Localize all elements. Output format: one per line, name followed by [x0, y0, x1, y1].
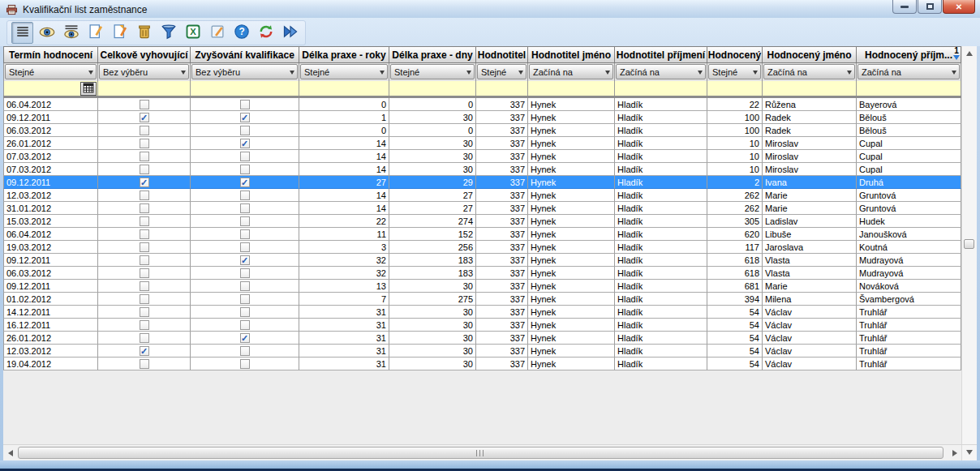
table-cell[interactable]: 32 [299, 254, 389, 267]
table-cell[interactable] [191, 319, 299, 332]
table-cell[interactable]: Gruntová [857, 189, 961, 202]
filter-mode-dropdown[interactable]: Začíná na [763, 64, 855, 79]
table-cell[interactable]: 54 [707, 319, 763, 332]
table-cell[interactable]: 337 [476, 98, 528, 111]
table-cell[interactable]: Miroslav [763, 137, 857, 150]
table-row[interactable]: 01.02.20127275337HynekHladík394MilenaŠva… [3, 293, 961, 306]
table-cell[interactable]: ✓ [191, 332, 299, 345]
table-cell[interactable]: 337 [476, 358, 528, 370]
table-cell[interactable]: 12.03.2012 [3, 345, 98, 358]
table-cell[interactable]: 26.01.2012 [3, 137, 98, 150]
table-cell[interactable]: 337 [476, 176, 528, 189]
table-cell[interactable]: 30 [389, 137, 476, 150]
table-cell[interactable]: 06.03.2012 [3, 124, 98, 137]
table-cell[interactable]: 01.02.2012 [3, 293, 98, 306]
scroll-left-button[interactable] [3, 445, 16, 460]
table-cell[interactable] [98, 306, 191, 319]
table-cell[interactable]: 337 [476, 306, 528, 319]
table-cell[interactable]: 0 [389, 98, 476, 111]
table-row[interactable]: 07.03.20121430337HynekHladík10MiroslavCu… [3, 163, 961, 176]
table-cell[interactable]: 256 [389, 241, 476, 254]
table-cell[interactable]: 22 [707, 98, 763, 111]
column-header[interactable]: Hodnocený jméno [763, 46, 857, 63]
table-cell[interactable] [191, 293, 299, 306]
table-cell[interactable]: 31 [299, 306, 389, 319]
table-cell[interactable]: 100 [707, 111, 763, 124]
table-cell[interactable]: Hladík [615, 280, 707, 293]
table-row[interactable]: 06.03.201200337HynekHladík100RadekBělouš [3, 124, 961, 137]
table-cell[interactable]: 12.03.2012 [3, 189, 98, 202]
table-cell[interactable] [191, 189, 299, 202]
table-cell[interactable]: Václav [763, 358, 857, 370]
table-cell[interactable]: 0 [299, 124, 389, 137]
table-cell[interactable] [98, 228, 191, 241]
table-cell[interactable]: 337 [476, 241, 528, 254]
table-cell[interactable]: Václav [763, 319, 857, 332]
filter-mode-dropdown[interactable]: Stejné [300, 64, 388, 79]
date-picker-button[interactable] [80, 82, 97, 96]
table-cell[interactable]: Nováková [857, 280, 961, 293]
close-button[interactable]: ✕ [943, 0, 975, 14]
table-cell[interactable]: Janoušková [857, 228, 961, 241]
table-cell[interactable]: 31 [299, 345, 389, 358]
table-cell[interactable]: 22 [299, 215, 389, 228]
table-cell[interactable]: 29 [389, 176, 476, 189]
table-cell[interactable]: Hynek [528, 293, 615, 306]
quick-filter-input[interactable] [528, 81, 615, 96]
table-cell[interactable]: 618 [707, 254, 763, 267]
column-header[interactable]: Celkově vyhovující [98, 46, 191, 63]
table-cell[interactable]: Hynek [528, 215, 615, 228]
table-cell[interactable]: Druhá [857, 176, 961, 189]
table-cell[interactable]: 30 [389, 163, 476, 176]
vertical-scrollbar[interactable] [961, 46, 977, 444]
table-row[interactable]: 14.12.20113130337HynekHladík54VáclavTruh… [3, 306, 961, 319]
table-cell[interactable]: 337 [476, 267, 528, 280]
table-cell[interactable]: 0 [299, 98, 389, 111]
table-cell[interactable]: ✓ [191, 176, 299, 189]
list-button[interactable] [11, 22, 33, 44]
table-cell[interactable]: ✓ [191, 111, 299, 124]
table-cell[interactable]: 31 [299, 358, 389, 370]
table-cell[interactable]: 30 [389, 358, 476, 370]
table-row[interactable]: 26.01.2012✓1430337HynekHladík10MiroslavC… [3, 137, 961, 150]
table-cell[interactable]: 305 [707, 215, 763, 228]
table-cell[interactable]: 13 [299, 280, 389, 293]
table-cell[interactable]: Cupal [857, 150, 961, 163]
table-cell[interactable]: 337 [476, 150, 528, 163]
table-cell[interactable] [98, 215, 191, 228]
table-row[interactable]: 06.03.201232183337HynekHladík618VlastaMu… [3, 267, 961, 280]
table-cell[interactable]: Miroslav [763, 163, 857, 176]
table-cell[interactable]: 31 [299, 319, 389, 332]
table-cell[interactable]: Hynek [528, 332, 615, 345]
table-cell[interactable] [98, 124, 191, 137]
table-cell[interactable] [191, 267, 299, 280]
table-cell[interactable] [98, 137, 191, 150]
scroll-down-button[interactable] [961, 445, 977, 460]
table-cell[interactable]: Švambergová [857, 293, 961, 306]
quick-filter-input[interactable] [763, 81, 857, 96]
table-cell[interactable]: Hynek [528, 176, 615, 189]
filter-mode-dropdown[interactable]: Bez výběru [99, 64, 189, 79]
table-cell[interactable]: Hladík [615, 306, 707, 319]
table-cell[interactable]: Hladík [615, 189, 707, 202]
table-cell[interactable]: Hynek [528, 267, 615, 280]
table-cell[interactable]: Hynek [528, 358, 615, 370]
table-cell[interactable] [98, 241, 191, 254]
table-cell[interactable]: Koutná [857, 241, 961, 254]
table-cell[interactable]: 54 [707, 306, 763, 319]
table-cell[interactable]: Milena [763, 293, 857, 306]
table-cell[interactable]: Hladík [615, 228, 707, 241]
table-cell[interactable]: Miroslav [763, 150, 857, 163]
column-header[interactable]: Zvyšování kvalifikace [191, 46, 299, 63]
table-cell[interactable]: 30 [389, 332, 476, 345]
table-cell[interactable]: Hynek [528, 202, 615, 215]
table-cell[interactable]: Cupal [857, 163, 961, 176]
table-cell[interactable] [98, 319, 191, 332]
table-cell[interactable]: Mudrayová [857, 254, 961, 267]
table-cell[interactable] [98, 280, 191, 293]
table-cell[interactable] [98, 150, 191, 163]
table-cell[interactable] [191, 241, 299, 254]
table-cell[interactable]: 30 [389, 306, 476, 319]
table-cell[interactable]: Hynek [528, 254, 615, 267]
table-cell[interactable]: Hynek [528, 124, 615, 137]
